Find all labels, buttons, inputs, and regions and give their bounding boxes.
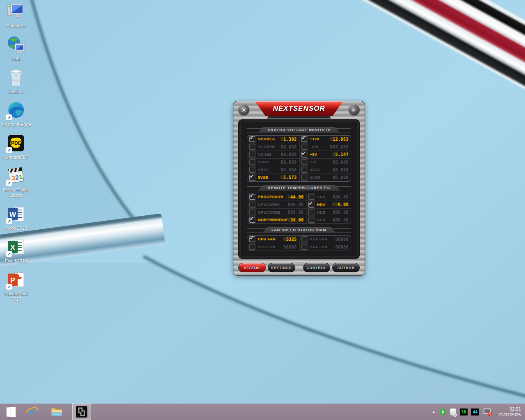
desktop-icon-label: Rete xyxy=(11,56,21,62)
section-title: FAN SPEED STATUS /RPM xyxy=(262,227,336,233)
sensor-row-cpucorea: CPUCOREA888.88 xyxy=(247,201,306,209)
sensor-label: 5VSB xyxy=(258,176,269,180)
desktop-icon-edge[interactable]: ↗ Microsoft Edge xyxy=(0,100,32,127)
svg-text:W: W xyxy=(9,211,16,219)
section-title: REMOTE TEMPERATURES /°C xyxy=(258,185,340,191)
checkbox[interactable] xyxy=(249,167,255,173)
sensor-value: 844.00 xyxy=(288,195,304,199)
status-button[interactable]: STATUS xyxy=(238,263,266,272)
desktop-icon-computer[interactable]: Computer xyxy=(0,2,32,29)
author-button[interactable]: AUTHOR xyxy=(332,263,360,272)
sensor-label: CPUCOREB xyxy=(258,210,281,215)
desktop-icon-label: Cestino xyxy=(8,89,23,94)
taskbar-nextsensor-button[interactable] xyxy=(72,404,91,420)
desktop-icon-excel[interactable]: X ↗ Excel 2013 xyxy=(0,237,32,264)
svg-text:PDF: PDF xyxy=(11,140,21,146)
nextsensor-app-icon xyxy=(75,406,88,418)
clock-time: 02:21 xyxy=(509,406,521,411)
checkbox[interactable] xyxy=(308,210,314,215)
checkbox[interactable] xyxy=(301,244,307,250)
sensor-row-p12v: +12V812.953 xyxy=(299,136,351,144)
device-tray-icon[interactable] xyxy=(450,409,456,415)
sensor-value: 88.888 xyxy=(333,168,349,172)
checkbox[interactable] xyxy=(301,136,307,142)
desktop-icon-rete[interactable]: Rete xyxy=(0,34,32,62)
desktop-icon-cestino[interactable]: Cestino xyxy=(0,67,32,94)
sensor-value: 888.88 xyxy=(288,210,304,215)
desktop-icon-label: Computer xyxy=(6,23,26,29)
sensor-label: VBAT xyxy=(258,168,269,172)
checkbox[interactable] xyxy=(249,159,255,165)
taskbar-explorer-button[interactable] xyxy=(46,404,67,420)
shortcut-arrow-icon: ↗ xyxy=(6,147,12,153)
shortcut-arrow-icon: ↗ xyxy=(6,218,12,224)
checkbox[interactable] xyxy=(249,152,255,158)
sensor-row-3vcc: 3VCC88.888 xyxy=(299,166,351,174)
checkbox[interactable] xyxy=(249,244,255,250)
svg-text:X: X xyxy=(10,244,15,251)
tray-temp-northbridge[interactable]: 38 xyxy=(460,409,468,415)
sensor-value: 85.573 xyxy=(281,175,297,180)
voltage-group: VCOREA81.392 VCOREB88.888 VDIMM88.888 VA… xyxy=(247,135,351,182)
sensor-value: 888.88 xyxy=(288,202,304,207)
sensor-row-northbridge: NORTHBRIDGE838.00 xyxy=(247,216,306,224)
window-title: NEXTSENSOR xyxy=(273,105,325,113)
sensor-label: VCOREA xyxy=(258,137,275,141)
desktop-icon-powerpoint[interactable]: P ↗ PowerPoint 2013 xyxy=(0,269,32,302)
desktop-icon-mpc[interactable]: 3 2 1 ↗ Media Player Classic xyxy=(0,166,32,198)
collapse-icon[interactable]: » xyxy=(349,104,360,115)
sensor-value: 88.888 xyxy=(333,160,349,164)
control-button[interactable]: CONTROL xyxy=(303,263,331,272)
fans-group: CPU FAN83325 SYS FAN88888 AUX FAN88888 A… xyxy=(247,235,351,251)
settings-button[interactable]: SETTINGS xyxy=(268,263,295,272)
checkbox[interactable] xyxy=(249,175,255,180)
klite-tray-icon[interactable]: k xyxy=(439,409,446,415)
sensor-label: 3VSB xyxy=(310,176,321,180)
sensor-row-5vsb: 5VSB85.573 xyxy=(247,174,299,181)
sensor-label: HDA xyxy=(317,203,326,207)
sensor-value: 88.888 xyxy=(281,168,297,172)
network-globe-icon xyxy=(6,34,26,55)
checkbox[interactable] xyxy=(249,202,255,208)
sensor-label: HDB xyxy=(317,210,326,215)
start-button[interactable] xyxy=(0,404,21,420)
taskbar-ie-button[interactable]: e xyxy=(21,404,43,420)
checkbox[interactable] xyxy=(308,217,314,223)
checkbox[interactable] xyxy=(301,236,307,242)
sensor-value: 88.888 xyxy=(281,152,297,157)
desktop-icon-sumatrapdf[interactable]: PDF ↗ SumatraPDF xyxy=(0,133,32,160)
sensor-value: 838.00 xyxy=(288,218,304,222)
desktop-icon-word[interactable]: W ↗ Word 2013 xyxy=(0,204,32,231)
sensor-row-sysfan: SYS FAN88888 xyxy=(247,243,299,251)
system-tray: ▲ k 38 44 ✕ 02:21 21/07/2025 xyxy=(432,404,525,420)
network-disconnected-icon[interactable]: ✕ xyxy=(483,408,491,415)
checkbox[interactable] xyxy=(301,159,307,165)
checkbox[interactable] xyxy=(249,217,255,223)
checkbox[interactable] xyxy=(301,167,307,173)
section-header-temps: REMOTE TEMPERATURES /°C xyxy=(247,185,351,192)
checkbox[interactable] xyxy=(308,194,314,200)
checkbox[interactable] xyxy=(249,136,255,142)
powerpoint-icon: P ↗ xyxy=(6,269,26,290)
tray-temp-processor[interactable]: 44 xyxy=(471,409,479,415)
checkbox[interactable] xyxy=(301,144,307,150)
internet-explorer-icon: e xyxy=(26,406,38,418)
sensor-value: 880.00 xyxy=(333,202,349,207)
checkbox[interactable] xyxy=(249,144,255,150)
taskbar-clock[interactable]: 02:21 21/07/2025 xyxy=(495,406,521,418)
checkbox[interactable] xyxy=(249,236,255,242)
sensor-value: 888.888 xyxy=(330,145,349,149)
checkbox[interactable] xyxy=(249,194,255,200)
checkbox[interactable] xyxy=(249,210,255,215)
checkbox[interactable] xyxy=(301,175,307,180)
excel-icon: X ↗ xyxy=(6,237,26,257)
clock-date: 21/07/2025 xyxy=(498,412,521,417)
fans-col-left: CPU FAN83325 SYS FAN88888 xyxy=(247,236,299,251)
tray-expand-icon[interactable]: ▲ xyxy=(432,410,436,414)
nextsensor-titlebar[interactable]: NEXTSENSOR ✕ » xyxy=(233,101,365,119)
desktop-icon-column: Computer Rete Cestino xyxy=(0,2,32,308)
shortcut-arrow-icon: ↗ xyxy=(6,180,12,186)
checkbox[interactable] xyxy=(308,202,314,208)
checkbox[interactable] xyxy=(301,152,307,158)
close-icon[interactable]: ✕ xyxy=(238,104,249,115)
